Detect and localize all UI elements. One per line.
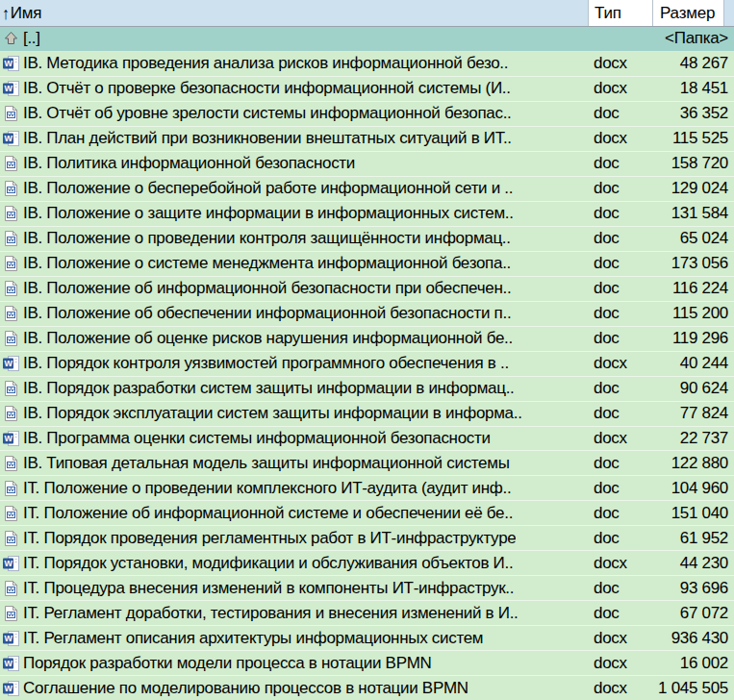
file-row[interactable]: WIB. Отчёт о проверке безопасности инфор… xyxy=(0,77,734,102)
word-docx-icon: W xyxy=(3,681,19,696)
file-row[interactable]: IB. Порядок разработки систем защиты инф… xyxy=(0,377,734,402)
file-row[interactable]: IT. Процедура внесения изменений в компо… xyxy=(0,576,734,601)
file-type: doc xyxy=(588,604,652,623)
word-doc-icon xyxy=(3,581,19,596)
file-size: 48 267 xyxy=(652,54,734,73)
file-size: 173 056 xyxy=(652,254,734,273)
word-doc-icon xyxy=(3,506,19,521)
word-doc-icon xyxy=(3,106,19,121)
file-name: Порядок разработки модели процесса в нот… xyxy=(23,654,432,673)
word-docx-icon: W xyxy=(3,431,19,446)
column-header-name[interactable]: ↑ Имя xyxy=(0,0,588,26)
file-row[interactable]: WIB. Программа оценки системы информацио… xyxy=(0,427,734,452)
column-header-size[interactable]: Размер xyxy=(652,0,723,26)
word-doc-icon xyxy=(3,181,19,196)
file-row[interactable]: WIT. Регламент описания архитектуры инфо… xyxy=(0,626,734,651)
file-type: doc xyxy=(588,254,652,273)
file-name-cell: WIB. План действий при возникновении вне… xyxy=(0,129,588,148)
file-name-cell: IT. Положение о проведении комплексного … xyxy=(0,479,588,498)
word-docx-icon: W xyxy=(3,56,19,71)
file-row[interactable]: WIB. План действий при возникновении вне… xyxy=(0,127,734,152)
file-size: 1 045 505 xyxy=(652,679,734,698)
folder-up-icon xyxy=(3,31,19,46)
file-type: doc xyxy=(588,304,652,323)
svg-text:W: W xyxy=(4,434,13,443)
file-name-cell: IT. Положение об информационной системе … xyxy=(0,504,588,523)
file-name: IB. Положение об информационной безопасн… xyxy=(23,279,511,298)
file-row[interactable]: IT. Положение о проведении комплексного … xyxy=(0,476,734,501)
file-size: 18 451 xyxy=(652,79,734,98)
file-type: doc xyxy=(588,204,652,223)
file-list: [..]<Папка>WIB. Методика проведения анал… xyxy=(0,27,734,700)
file-size: 90 624 xyxy=(652,379,734,398)
file-row[interactable]: IT. Порядок проведения регламентных рабо… xyxy=(0,526,734,551)
file-row[interactable]: IB. Положение об информационной безопасн… xyxy=(0,277,734,302)
file-name-cell: IB. Положение о проведении контроля защи… xyxy=(0,229,588,248)
file-name-cell: WIB. Отчёт о проверке безопасности инфор… xyxy=(0,79,588,98)
svg-text:W: W xyxy=(4,60,13,69)
file-name-cell: [..] xyxy=(0,29,588,48)
file-size: 122 880 xyxy=(652,454,734,473)
column-headers: ↑ Имя Тип Размер xyxy=(0,0,734,27)
file-row[interactable]: IB. Типовая детальная модель защиты инфо… xyxy=(0,451,734,476)
file-type: doc xyxy=(588,179,652,198)
file-size: <Папка> xyxy=(652,29,734,48)
file-row[interactable]: IB. Положение о бесперебойной работе инф… xyxy=(0,177,734,202)
file-name-cell: WСоглашение по моделированию процессов в… xyxy=(0,679,588,698)
file-row[interactable]: IB. Порядок эксплуатации систем защиты и… xyxy=(0,402,734,427)
file-name: IB. Порядок эксплуатации систем защиты и… xyxy=(23,404,522,423)
word-doc-icon xyxy=(3,156,19,171)
file-row[interactable]: WIB. Порядок контроля уязвимостей програ… xyxy=(0,352,734,377)
file-size: 116 224 xyxy=(652,279,734,298)
file-name-cell: IB. Положение о системе менеджмента инфо… xyxy=(0,254,588,273)
file-row[interactable]: IB. Положение об обеспечении информацион… xyxy=(0,302,734,327)
column-header-name-label: Имя xyxy=(11,4,42,23)
svg-text:W: W xyxy=(4,135,13,144)
file-type: doc xyxy=(588,479,652,498)
file-type: doc xyxy=(588,454,652,473)
file-row[interactable]: IB. Политика информационной безопасности… xyxy=(0,152,734,177)
file-name: IB. Отчёт об уровне зрелости системы инф… xyxy=(23,104,512,123)
word-docx-icon: W xyxy=(3,356,19,371)
file-name: IB. Программа оценки системы информацион… xyxy=(23,429,491,448)
word-doc-icon xyxy=(3,281,19,296)
file-name: IB. Положение о системе менеджмента инфо… xyxy=(23,254,511,273)
column-header-type[interactable]: Тип xyxy=(588,0,652,26)
file-name-cell: WIT. Порядок установки, модификации и об… xyxy=(0,554,588,573)
file-name: IB. Положение о защите информации в инфо… xyxy=(23,204,514,223)
file-row[interactable]: WIT. Порядок установки, модификации и об… xyxy=(0,551,734,576)
file-size: 936 430 xyxy=(652,629,734,648)
file-name-cell: IT. Процедура внесения изменений в компо… xyxy=(0,579,588,598)
file-row[interactable]: IB. Положение о системе менеджмента инфо… xyxy=(0,252,734,277)
file-row[interactable]: IT. Регламент доработки, тестирования и … xyxy=(0,601,734,626)
file-name-cell: IB. Положение о бесперебойной работе инф… xyxy=(0,179,588,198)
file-name: IB. Положение об оценке рисков нарушения… xyxy=(23,329,513,348)
file-row[interactable]: WСоглашение по моделированию процессов в… xyxy=(0,676,734,700)
file-size: 61 952 xyxy=(652,529,734,548)
file-row[interactable]: IB. Отчёт об уровне зрелости системы инф… xyxy=(0,102,734,127)
svg-text:W: W xyxy=(4,85,13,94)
file-name: IB. Положение о бесперебойной работе инф… xyxy=(23,179,513,198)
file-type: docx xyxy=(588,429,652,448)
sort-ascending-icon: ↑ xyxy=(2,5,10,22)
word-docx-icon: W xyxy=(3,656,19,671)
header-endcap xyxy=(723,0,734,26)
file-name: IB. Порядок разработки систем защиты инф… xyxy=(23,379,515,398)
file-row[interactable]: IT. Положение об информационной системе … xyxy=(0,501,734,526)
file-type: docx xyxy=(588,54,652,73)
file-row[interactable]: WПорядок разработки модели процесса в но… xyxy=(0,651,734,676)
file-type: doc xyxy=(588,504,652,523)
file-row[interactable]: WIB. Методика проведения анализа рисков … xyxy=(0,52,734,77)
file-row[interactable]: IB. Положение об оценке рисков нарушения… xyxy=(0,327,734,352)
file-row[interactable]: IB. Положение о проведении контроля защи… xyxy=(0,227,734,252)
parent-dir-row[interactable]: [..]<Папка> xyxy=(0,27,734,52)
file-size: 65 024 xyxy=(652,229,734,248)
file-row[interactable]: IB. Положение о защите информации в инфо… xyxy=(0,202,734,227)
svg-text:W: W xyxy=(4,684,13,693)
file-name-cell: IB. Отчёт об уровне зрелости системы инф… xyxy=(0,104,588,123)
file-name-cell: IB. Порядок эксплуатации систем защиты и… xyxy=(0,404,588,423)
word-docx-icon: W xyxy=(3,556,19,571)
file-type: doc xyxy=(588,404,652,423)
file-name-cell: WIB. Программа оценки системы информацио… xyxy=(0,429,588,448)
word-doc-icon xyxy=(3,406,19,421)
